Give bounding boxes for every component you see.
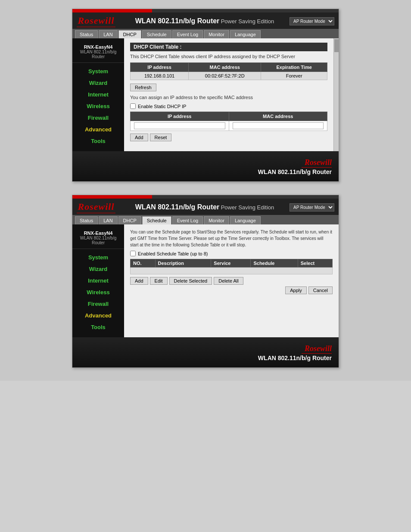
- apply-cancel-row-2: Apply Cancel: [130, 286, 333, 294]
- cell-ip-1: 192.168.0.101: [131, 72, 189, 80]
- static-dhcp-table-1: IP address MAC address: [130, 112, 327, 131]
- reset-button-1[interactable]: Reset: [150, 134, 172, 141]
- tab-monitor-2[interactable]: Monitor: [204, 216, 229, 224]
- add-button-1[interactable]: Add: [130, 134, 148, 141]
- tab-dhcp-2[interactable]: DHCP: [118, 216, 141, 224]
- device-name-2: RNX-EasyN4: [75, 230, 121, 236]
- footer-right-1: Rosewill WLAN 802.11n/b/g Router: [258, 158, 332, 175]
- static-col-mac-1: MAC address: [229, 112, 327, 121]
- table-row-1: 192.168.0.101 00:02:6F:52:7F:2D Forever: [131, 72, 327, 80]
- col-mac-1: MAC address: [189, 63, 261, 72]
- header-subtitle-2: Power Saving Edition: [221, 204, 274, 211]
- sidebar-wizard-2[interactable]: Wizard: [72, 263, 124, 275]
- sidebar-internet-2[interactable]: Internet: [72, 275, 124, 286]
- device-info-1: RNX-EasyN4 WLAN 802.11n/b/g Router: [72, 43, 124, 63]
- sidebar-tools-2[interactable]: Tools: [72, 321, 124, 333]
- static-dhcp-checkbox-1[interactable]: [130, 103, 136, 109]
- main-content-2: You can use the Schedule page to Start/S…: [124, 224, 339, 337]
- tab-monitor-1[interactable]: Monitor: [204, 30, 229, 38]
- sched-col-schedule: Schedule: [251, 259, 298, 268]
- header-2: Rosewill WLAN 802.11n/b/g Router Power S…: [72, 199, 339, 215]
- mode-select-2[interactable]: AP Router Mode: [290, 203, 334, 212]
- scroll-thumb-1: [334, 39, 339, 52]
- static-dhcp-checkbox-row-1: Enable Static DHCP IP: [130, 103, 327, 109]
- tab-dhcp-1[interactable]: DHCP: [118, 30, 141, 38]
- tab-eventlog-1[interactable]: Event Log: [172, 30, 203, 38]
- panel-2: Rosewill WLAN 802.11n/b/g Router Power S…: [72, 195, 339, 368]
- tab-lan-1[interactable]: LAN: [99, 30, 117, 38]
- footer-model-1: WLAN 802.11n/b/g Router: [258, 168, 332, 175]
- header-main-title-2: WLAN 802.11n/b/g Router: [135, 203, 220, 211]
- sidebar-advanced-1[interactable]: Advanced: [72, 124, 124, 135]
- sidebar-firewall-2[interactable]: Firewall: [72, 298, 124, 310]
- apply-button-2[interactable]: Apply: [285, 286, 307, 294]
- cell-expiry-1: Forever: [261, 72, 327, 80]
- sidebar-wizard-1[interactable]: Wizard: [72, 77, 124, 89]
- enable-schedule-checkbox-2[interactable]: [130, 251, 136, 256]
- schedule-empty-cell: [131, 268, 333, 274]
- tab-eventlog-2[interactable]: Event Log: [172, 216, 203, 224]
- enable-schedule-row-2: Enabled Schedule Table (up to 8): [130, 251, 333, 256]
- edit-button-2[interactable]: Edit: [150, 277, 168, 285]
- header-1: Rosewill WLAN 802.11n/b/g Router Power S…: [72, 12, 339, 29]
- static-ip-input-1[interactable]: [134, 122, 225, 129]
- footer-model-2: WLAN 802.11n/b/g Router: [258, 355, 332, 361]
- assign-text-1: You can assign an IP address to the spec…: [130, 95, 327, 100]
- schedule-table-2: NO. Description Service Schedule Select: [130, 259, 333, 274]
- static-dhcp-label-1: Enable Static DHCP IP: [138, 104, 186, 109]
- logo-underline-1: [77, 27, 115, 27]
- logo-area-1: Rosewill: [77, 15, 115, 27]
- tab-language-1[interactable]: Language: [230, 30, 261, 38]
- static-mac-input-1[interactable]: [233, 122, 324, 129]
- top-bar-2: [72, 195, 339, 199]
- static-input-row-1: [131, 121, 327, 131]
- tab-schedule-2[interactable]: Schedule: [142, 216, 171, 224]
- delete-selected-button-2[interactable]: Delete Selected: [169, 277, 212, 285]
- sidebar-system-1[interactable]: System: [72, 65, 124, 77]
- enable-schedule-label-2: Enabled Schedule Table (up to 8): [138, 251, 208, 256]
- logo-2: Rosewill: [78, 201, 114, 212]
- tab-language-2[interactable]: Language: [230, 216, 261, 224]
- schedule-btn-row-2: Add Edit Delete Selected Delete All: [130, 277, 333, 285]
- footer-1: Rosewill WLAN 802.11n/b/g Router: [72, 151, 339, 181]
- tab-lan-2[interactable]: LAN: [99, 216, 117, 224]
- sidebar-tools-1[interactable]: Tools: [72, 135, 124, 147]
- nav-tabs-1: Status LAN DHCP Schedule Event Log Monit…: [72, 29, 339, 38]
- delete-all-button-2[interactable]: Delete All: [214, 277, 243, 285]
- footer-underline-2: [302, 353, 332, 354]
- header-title-1: WLAN 802.11n/b/g Router Power Saving Edi…: [115, 17, 290, 25]
- dhcp-description-1: This DHCP Client Table shows client IP a…: [130, 54, 327, 59]
- main-content-1: DHCP Client Table : This DHCP Client Tab…: [124, 38, 333, 151]
- footer-right-2: Rosewill WLAN 802.11n/b/g Router: [258, 344, 332, 361]
- col-ip-1: IP address: [131, 63, 189, 72]
- tab-status-1[interactable]: Status: [75, 30, 98, 38]
- sidebar-system-2[interactable]: System: [72, 252, 124, 263]
- static-ip-cell-1: [131, 121, 229, 131]
- add-button-2[interactable]: Add: [130, 277, 148, 285]
- sidebar-firewall-1[interactable]: Firewall: [72, 112, 124, 124]
- device-name-1: RNX-EasyN4: [75, 44, 121, 50]
- sidebar-wireless-1[interactable]: Wireless: [72, 100, 124, 112]
- cancel-button-2[interactable]: Cancel: [308, 286, 333, 294]
- panel-1: Rosewill WLAN 802.11n/b/g Router Power S…: [72, 9, 339, 182]
- sched-col-desc: Description: [155, 259, 211, 268]
- add-reset-row-1: Add Reset: [130, 134, 327, 141]
- dhcp-client-table-1: IP address MAC address Expiration Time 1…: [130, 62, 327, 80]
- refresh-button-1[interactable]: Refresh: [130, 84, 156, 91]
- tab-schedule-1[interactable]: Schedule: [142, 30, 171, 38]
- scrollbar-1[interactable]: [333, 38, 339, 151]
- sched-col-service: Service: [211, 259, 251, 268]
- footer-2: Rosewill WLAN 802.11n/b/g Router: [72, 337, 339, 367]
- sidebar-internet-1[interactable]: Internet: [72, 89, 124, 100]
- header-main-title-1: WLAN 802.11n/b/g Router: [135, 17, 220, 25]
- sidebar-wireless-2[interactable]: Wireless: [72, 286, 124, 298]
- tab-status-2[interactable]: Status: [75, 216, 98, 224]
- schedule-description-2: You can use the Schedule page to Start/S…: [130, 229, 333, 248]
- header-title-2: WLAN 802.11n/b/g Router Power Saving Edi…: [115, 203, 290, 211]
- refresh-row-1: Refresh: [130, 84, 327, 91]
- logo-1: Rosewill: [78, 15, 114, 26]
- sidebar-advanced-2[interactable]: Advanced: [72, 310, 124, 321]
- mode-select-1[interactable]: AP Router Mode: [290, 17, 334, 25]
- col-expiry-1: Expiration Time: [261, 63, 327, 72]
- header-subtitle-1: Power Saving Edition: [221, 18, 274, 25]
